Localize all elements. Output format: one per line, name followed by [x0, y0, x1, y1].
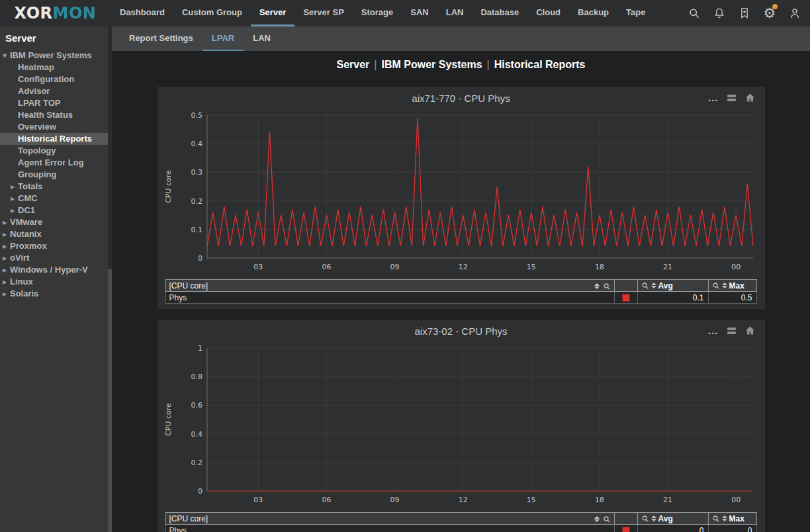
- tab-report-settings[interactable]: Report Settings: [120, 26, 202, 51]
- sort-toggle-icon[interactable]: [594, 516, 600, 522]
- search-filter-icon[interactable]: [603, 283, 611, 290]
- nav-item-backup[interactable]: Backup: [569, 0, 617, 26]
- panel-header: aix71-770 - CPU Phys...: [158, 87, 765, 109]
- panel-menu-ellipsis-icon[interactable]: ...: [708, 93, 719, 103]
- search-icon[interactable]: [682, 0, 707, 26]
- tab-lpar[interactable]: LPAR: [202, 26, 244, 51]
- nav-item-server[interactable]: Server: [251, 0, 294, 26]
- sidebar-item-agent-error-log[interactable]: Agent Error Log: [0, 157, 108, 169]
- search-filter-icon[interactable]: [712, 282, 720, 290]
- sort-toggle-icon[interactable]: [722, 283, 727, 288]
- legend-table: [CPU core]AvgMaxPhys0.10.5: [165, 279, 757, 304]
- sidebar-item-configuration[interactable]: Configuration: [0, 73, 108, 85]
- brand-logo[interactable]: XORMON: [0, 0, 111, 26]
- settings-gear-icon[interactable]: ⚙: [757, 0, 782, 26]
- bookmark-icon[interactable]: ★: [732, 0, 757, 26]
- svg-text:06: 06: [322, 496, 331, 504]
- svg-text:0.4: 0.4: [191, 430, 202, 439]
- legend-series-name: Phys: [165, 292, 614, 304]
- sidebar-scrollbar-thumb[interactable]: [108, 269, 112, 532]
- title-part: IBM Power Systems: [381, 59, 482, 70]
- sort-toggle-icon[interactable]: [722, 515, 727, 521]
- title-part: Historical Reports: [494, 59, 586, 70]
- search-filter-icon[interactable]: [641, 282, 649, 290]
- nav-item-custom-group[interactable]: Custom Group: [173, 0, 251, 26]
- top-navigation: XORMON DashboardCustom GroupServerServer…: [0, 0, 810, 26]
- chart-canvas[interactable]: 030609121518210000.20.40.60.81CPU core: [161, 341, 761, 511]
- sidebar-item-solaris[interactable]: ▶Solaris: [0, 288, 108, 300]
- nav-item-storage[interactable]: Storage: [353, 0, 402, 26]
- sidebar-item-vmware[interactable]: ▶VMware: [0, 216, 108, 228]
- sidebar-item-label: Overview: [18, 122, 56, 132]
- sidebar-item-totals[interactable]: ▶Totals: [0, 181, 108, 193]
- svg-text:15: 15: [526, 496, 535, 504]
- chart-canvas[interactable]: 030609121518210000.10.20.30.40.5CPU core: [161, 109, 761, 278]
- series-color-swatch[interactable]: [622, 294, 630, 302]
- chart-area: 030609121518210000.10.20.30.40.5CPU core: [158, 109, 765, 278]
- sidebar-item-historical-reports[interactable]: Historical Reports: [0, 133, 108, 145]
- nav-item-database[interactable]: Database: [472, 0, 527, 26]
- sidebar-item-label: Configuration: [18, 74, 74, 84]
- sidebar-item-cmc[interactable]: ▶CMC: [0, 193, 108, 204]
- sidebar-item-ovirt[interactable]: ▶oVirt: [0, 252, 108, 264]
- svg-text:12: 12: [458, 263, 467, 271]
- tree-collapsed-icon[interactable]: ▶: [3, 253, 10, 265]
- nav-item-san[interactable]: SAN: [402, 0, 437, 26]
- notifications-bell-icon[interactable]: [707, 0, 732, 26]
- sidebar-title: Server: [0, 30, 108, 50]
- sidebar-item-dc1[interactable]: ▶DC1: [0, 204, 108, 216]
- tree-collapsed-icon[interactable]: ▶: [11, 205, 18, 217]
- tree-collapsed-icon[interactable]: ▶: [3, 277, 10, 288]
- tree-collapsed-icon[interactable]: ▶: [11, 181, 18, 193]
- panel-legend-toggle-icon[interactable]: [727, 95, 736, 101]
- panel-home-icon[interactable]: [744, 92, 756, 103]
- panel-home-icon[interactable]: [744, 325, 756, 336]
- tree-expanded-icon[interactable]: ▼: [3, 50, 10, 62]
- tree-collapsed-icon[interactable]: ▶: [3, 288, 10, 300]
- nav-item-dashboard[interactable]: Dashboard: [111, 0, 173, 26]
- tree-collapsed-icon[interactable]: ▶: [3, 229, 10, 241]
- sidebar-item-topology[interactable]: Topology: [0, 145, 108, 157]
- sidebar-item-lpar-top[interactable]: LPAR TOP: [0, 97, 108, 109]
- search-filter-icon[interactable]: [641, 515, 649, 523]
- sidebar-item-label: Agent Error Log: [18, 157, 84, 167]
- sort-toggle-icon[interactable]: [594, 283, 600, 289]
- tree-collapsed-icon[interactable]: ▶: [11, 193, 18, 205]
- panel-menu-ellipsis-icon[interactable]: ...: [708, 326, 719, 335]
- sidebar-item-advisor[interactable]: Advisor: [0, 85, 108, 97]
- tree-collapsed-icon[interactable]: ▶: [3, 217, 10, 229]
- sidebar-item-linux[interactable]: ▶Linux: [0, 276, 108, 288]
- sort-toggle-icon[interactable]: [651, 515, 656, 521]
- panel-legend-toggle-icon[interactable]: [727, 328, 736, 334]
- tree-collapsed-icon[interactable]: ▶: [3, 241, 10, 253]
- nav-item-tape[interactable]: Tape: [617, 0, 654, 26]
- tree-collapsed-icon[interactable]: ▶: [3, 265, 10, 277]
- sort-toggle-icon[interactable]: [651, 283, 656, 288]
- search-filter-icon[interactable]: [603, 515, 611, 523]
- sidebar-scrollbar[interactable]: [108, 26, 112, 532]
- user-icon[interactable]: [782, 0, 807, 26]
- legend-swatch-cell: [614, 292, 637, 304]
- nav-item-cloud[interactable]: Cloud: [527, 0, 569, 26]
- legend-series-name: Phys: [165, 525, 614, 532]
- legend-name-header: [CPU core]: [165, 280, 614, 292]
- sidebar-item-health-status[interactable]: Health Status: [0, 109, 108, 121]
- sidebar-item-nutanix[interactable]: ▶Nutanix: [0, 228, 108, 240]
- panels: aix71-770 - CPU Phys...03060912151821000…: [112, 87, 810, 532]
- svg-text:0.8: 0.8: [191, 373, 202, 381]
- series-color-swatch[interactable]: [622, 527, 630, 532]
- legend-max-value: 0.5: [708, 292, 756, 304]
- sidebar-item-overview[interactable]: Overview: [0, 121, 108, 133]
- search-filter-icon[interactable]: [712, 515, 720, 523]
- svg-text:21: 21: [663, 496, 672, 504]
- sidebar-item-grouping[interactable]: Grouping: [0, 169, 108, 181]
- legend-avg-value: 0: [637, 525, 708, 532]
- sidebar-item-ibm-power-systems[interactable]: ▼IBM Power Systems: [0, 50, 108, 62]
- sidebar-item-heatmap[interactable]: Heatmap: [0, 62, 108, 73]
- sidebar-item-label: LPAR TOP: [18, 98, 61, 108]
- nav-item-lan[interactable]: LAN: [437, 0, 472, 26]
- sidebar-item-proxmox[interactable]: ▶Proxmox: [0, 240, 108, 252]
- sidebar-item-windows-hyper-v[interactable]: ▶Windows / Hyper-V: [0, 264, 108, 276]
- tab-lan[interactable]: LAN: [244, 26, 280, 51]
- nav-item-server-sp[interactable]: Server SP: [294, 0, 352, 26]
